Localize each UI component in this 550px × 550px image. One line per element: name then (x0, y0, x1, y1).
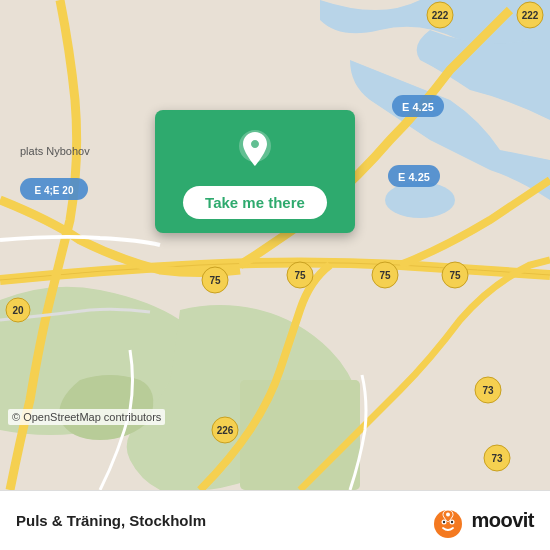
svg-text:E 4;E 20: E 4;E 20 (35, 185, 74, 196)
svg-point-1 (385, 182, 455, 218)
location-info: Puls & Träning, Stockholm (16, 512, 206, 529)
take-me-there-button[interactable]: Take me there (183, 186, 327, 219)
svg-point-36 (446, 512, 450, 516)
svg-text:plats Nybohov: plats Nybohov (20, 145, 90, 157)
location-name: Puls & Träning, Stockholm (16, 512, 206, 529)
bottom-bar: Puls & Träning, Stockholm moovit (0, 490, 550, 550)
moovit-mascot-icon (429, 502, 467, 540)
location-pin-icon (233, 128, 277, 172)
svg-text:73: 73 (482, 385, 494, 396)
moovit-brand-text: moovit (471, 509, 534, 532)
svg-text:75: 75 (449, 270, 461, 281)
svg-text:75: 75 (209, 275, 221, 286)
svg-point-34 (443, 520, 445, 522)
svg-rect-2 (240, 380, 360, 490)
map-attribution: © OpenStreetMap contributors (8, 409, 165, 425)
svg-text:75: 75 (294, 270, 306, 281)
svg-text:E 4.25: E 4.25 (398, 171, 430, 183)
location-card: Take me there (155, 110, 355, 233)
svg-text:20: 20 (12, 305, 24, 316)
svg-text:222: 222 (432, 10, 449, 21)
svg-point-35 (451, 520, 453, 522)
svg-text:222: 222 (522, 10, 539, 21)
attribution-text: © OpenStreetMap contributors (12, 411, 161, 423)
moovit-logo: moovit (429, 502, 534, 540)
svg-text:73: 73 (491, 453, 503, 464)
svg-text:E 4.25: E 4.25 (402, 101, 434, 113)
svg-text:226: 226 (217, 425, 234, 436)
svg-text:75: 75 (379, 270, 391, 281)
map-container: E 4.25 E 4.25 E 4;E 20 75 75 75 75 222 2… (0, 0, 550, 490)
